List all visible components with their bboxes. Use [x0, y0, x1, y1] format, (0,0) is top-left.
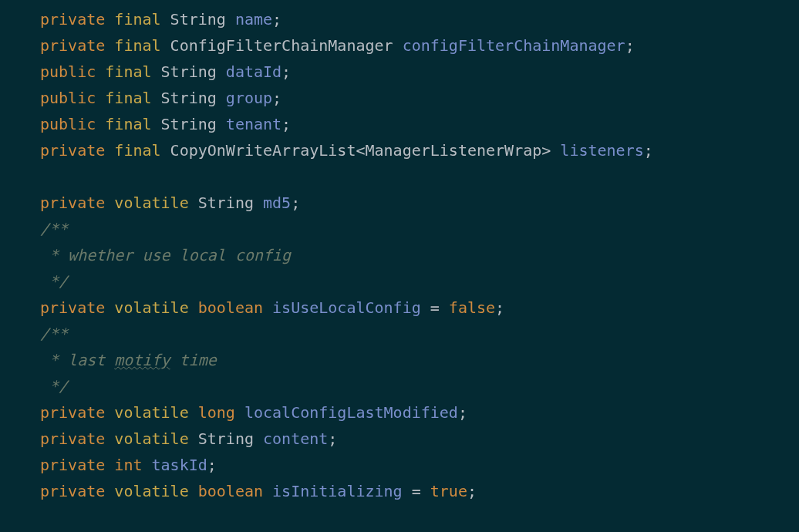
code-token: isUseLocalConfig	[272, 298, 421, 317]
code-token	[235, 403, 244, 422]
code-block: private final String name;private final …	[0, 0, 799, 504]
code-token: group	[226, 89, 272, 107]
code-token: String	[161, 89, 217, 107]
code-token: =	[430, 298, 440, 317]
code-line: /**	[40, 216, 799, 242]
code-token	[152, 89, 161, 107]
code-token: ConfigFilterChainManager	[170, 36, 393, 55]
code-line: private volatile boolean isInitializing …	[40, 478, 799, 504]
code-token: public	[40, 62, 96, 81]
code-token: String	[170, 10, 226, 29]
code-token: */	[40, 377, 68, 396]
code-token	[105, 482, 114, 500]
code-token: ;	[458, 403, 467, 422]
code-token: taskId	[152, 456, 207, 474]
code-token	[189, 482, 198, 500]
code-token: content	[263, 429, 328, 448]
code-token: * whether use local config	[40, 246, 291, 264]
code-token: ;	[644, 141, 653, 160]
code-token: CopyOnWriteArrayList	[170, 141, 356, 160]
code-token: false	[449, 298, 495, 317]
code-token: volatile	[114, 482, 188, 500]
code-token: volatile	[114, 429, 188, 448]
code-token: dataId	[226, 62, 282, 81]
code-token	[217, 89, 226, 107]
code-token	[105, 429, 114, 448]
code-token: final	[105, 62, 151, 81]
code-token	[217, 115, 226, 133]
code-token: time	[170, 351, 217, 369]
code-token	[254, 194, 263, 212]
code-token: volatile	[114, 194, 188, 212]
code-token: private	[40, 403, 105, 422]
code-line: private volatile boolean isUseLocalConfi…	[40, 295, 799, 321]
code-token: true	[430, 482, 467, 500]
code-token: ManagerListenerWrap	[365, 141, 541, 160]
code-token	[152, 115, 161, 133]
code-token	[226, 10, 235, 29]
code-token: volatile	[114, 403, 188, 422]
code-token: */	[40, 272, 68, 291]
code-line: public final String group;	[40, 85, 799, 111]
code-token	[161, 141, 170, 160]
code-line: * whether use local config	[40, 242, 799, 268]
code-token: private	[40, 194, 105, 212]
code-token	[105, 403, 114, 422]
code-token	[440, 298, 449, 317]
code-token	[263, 298, 272, 317]
code-token: name	[235, 10, 272, 29]
code-line: private volatile String md5;	[40, 190, 799, 216]
code-line: private final ConfigFilterChainManager c…	[40, 32, 799, 59]
code-line: private volatile long localConfigLastMod…	[40, 399, 799, 426]
code-line: * last motify time	[40, 347, 799, 373]
code-token	[142, 456, 151, 474]
code-token: public	[40, 89, 96, 107]
code-token	[263, 482, 272, 500]
code-line: */	[40, 373, 799, 399]
code-token	[96, 62, 105, 81]
code-token: public	[40, 115, 96, 133]
code-token	[105, 298, 114, 317]
code-token: /**	[40, 325, 68, 343]
code-token: final	[114, 36, 160, 55]
code-token	[105, 141, 114, 160]
code-token	[189, 403, 198, 422]
code-token	[254, 429, 263, 448]
code-token: motify	[114, 351, 170, 369]
code-token: listeners	[560, 141, 643, 160]
code-token	[105, 456, 114, 474]
code-token	[421, 482, 430, 500]
code-token	[189, 298, 198, 317]
code-line: private final String name;	[40, 6, 799, 32]
code-token: private	[40, 10, 105, 29]
code-token	[105, 194, 114, 212]
code-token: private	[40, 456, 105, 474]
code-token: String	[161, 115, 217, 133]
code-line	[40, 163, 799, 190]
code-token: String	[161, 62, 217, 81]
code-token: ;	[282, 115, 291, 133]
code-token: long	[198, 403, 235, 422]
code-token	[551, 141, 560, 160]
code-line: */	[40, 268, 799, 295]
code-token	[105, 10, 114, 29]
code-token	[96, 115, 105, 133]
code-token: private	[40, 482, 105, 500]
code-token	[105, 36, 114, 55]
code-token: ;	[328, 429, 337, 448]
code-token: boolean	[198, 298, 263, 317]
code-token: final	[105, 115, 151, 133]
code-token: ;	[467, 482, 477, 500]
code-token: private	[40, 298, 105, 317]
code-token	[189, 429, 198, 448]
code-token: private	[40, 429, 105, 448]
code-token: ;	[495, 298, 504, 317]
code-token: ;	[207, 456, 217, 474]
code-token: /**	[40, 220, 68, 238]
code-token: private	[40, 141, 105, 160]
code-token	[161, 10, 170, 29]
code-token: =	[412, 482, 421, 500]
code-token	[393, 36, 403, 55]
code-token: * last	[40, 351, 114, 369]
code-token: ;	[272, 89, 282, 107]
